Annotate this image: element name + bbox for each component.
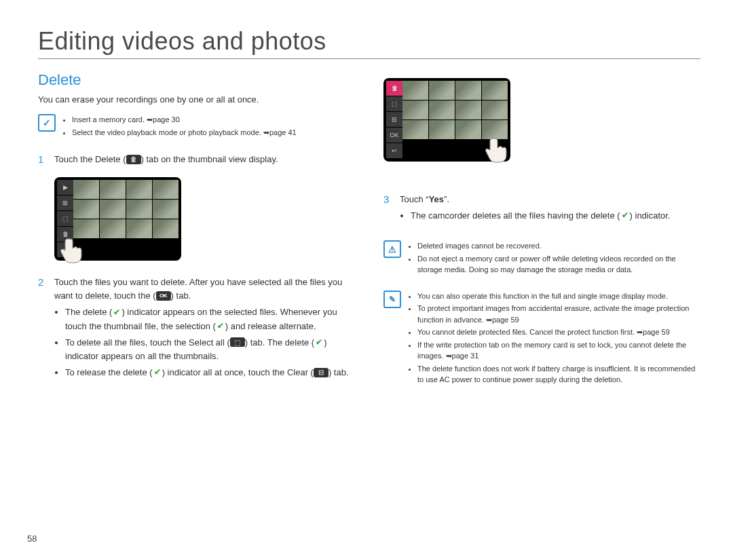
thumb-side-button: ⊞ bbox=[57, 195, 73, 211]
step-2-bullet: The delete () indicator appears on the s… bbox=[65, 305, 355, 333]
note-item: You can also operate this function in th… bbox=[417, 291, 700, 302]
step-number: 3 bbox=[383, 193, 392, 225]
checkmark-icon: ✔ bbox=[403, 81, 409, 89]
thumbnail-cell bbox=[73, 180, 99, 199]
page-number: 58 bbox=[27, 534, 37, 544]
chapter-title: Editing videos and photos bbox=[38, 27, 700, 59]
arrow-icon bbox=[637, 328, 643, 336]
checkmark-icon bbox=[314, 337, 324, 347]
step-3-bullet: The camcorder deletes all the files havi… bbox=[411, 209, 671, 223]
thumb-side-button: ▶ bbox=[57, 180, 73, 195]
thumbnail-cell bbox=[153, 200, 178, 219]
step-2: 2 Touch the files you want to delete. Af… bbox=[38, 276, 355, 382]
warning-item: Do not eject a memory card or power off … bbox=[417, 253, 700, 276]
thumbnail-figure-2: 🗑⬚⊟OK↩ ✔✔✔✔ bbox=[383, 78, 510, 162]
notes-box: You can also operate this function in th… bbox=[383, 291, 700, 387]
step-2-bullet: To release the delete () indicator all a… bbox=[65, 366, 355, 379]
prerequisite-box: Insert a memory card. page 30 Select the… bbox=[38, 114, 355, 139]
thumbnail-cell bbox=[100, 219, 126, 238]
thumb-side-button: 🗑 bbox=[386, 81, 402, 96]
checkmark-icon bbox=[112, 307, 121, 317]
thumbnail-cell bbox=[153, 180, 178, 199]
thumb-side-button: ⊟ bbox=[386, 112, 402, 128]
note-item: You cannot delete protected files. Cance… bbox=[417, 326, 700, 338]
checkmark-icon bbox=[153, 368, 162, 377]
warning-icon bbox=[383, 240, 401, 258]
arrow-icon bbox=[263, 128, 269, 136]
checkmark-icon: ✔ bbox=[483, 81, 488, 89]
note-icon bbox=[383, 291, 401, 308]
note-item: To protect important images from acciden… bbox=[417, 303, 700, 325]
step-number: 1 bbox=[38, 153, 46, 166]
trash-icon bbox=[126, 155, 141, 164]
step-number: 2 bbox=[38, 276, 46, 382]
check-icon bbox=[38, 114, 56, 132]
checkmark-icon bbox=[216, 321, 225, 331]
thumbnail-cell bbox=[402, 100, 428, 119]
thumb-side-button: 🗑 bbox=[57, 227, 73, 242]
thumbnail-cell: ✔ bbox=[482, 81, 508, 100]
checkmark-icon: ✔ bbox=[430, 101, 435, 109]
intro-text: You can erase your recordings one by one… bbox=[38, 94, 355, 105]
thumbnail-cell bbox=[429, 81, 455, 100]
thumbnail-cell bbox=[455, 81, 481, 100]
ok-icon bbox=[156, 291, 171, 301]
thumbnail-cell bbox=[73, 219, 99, 238]
thumbnail-cell bbox=[126, 180, 152, 199]
thumbnail-cell: ✔ bbox=[455, 120, 481, 139]
thumbnail-cell bbox=[73, 200, 99, 219]
section-title: Delete bbox=[38, 71, 355, 89]
thumb-side-button: ⬚ bbox=[386, 96, 402, 112]
prereq-item: Insert a memory card. page 30 bbox=[72, 114, 297, 126]
thumbnail-cell: ✔ bbox=[402, 81, 428, 100]
step-2-bullet: To delete all the files, touch the Selec… bbox=[65, 336, 355, 363]
thumbnail-cell bbox=[482, 120, 508, 139]
thumbnail-cell bbox=[126, 219, 152, 238]
warning-box: Deleted images cannot be recovered. Do n… bbox=[383, 240, 700, 277]
prereq-item: Select the video playback mode or photo … bbox=[72, 127, 297, 138]
thumbnail-cell bbox=[402, 120, 428, 139]
thumb-side-button: ⏎ bbox=[57, 242, 73, 258]
arrow-icon bbox=[446, 352, 452, 360]
step-3: 3 Touch “Yes”. The camcorder deletes all… bbox=[383, 193, 700, 225]
clear-icon bbox=[314, 368, 328, 377]
arrow-icon bbox=[486, 316, 492, 324]
thumb-side-button: OK bbox=[386, 128, 402, 143]
thumb-side-button: ⬚ bbox=[57, 211, 73, 227]
thumbnail-cell bbox=[455, 100, 481, 119]
note-item: If the write protection tab on the memor… bbox=[417, 339, 700, 362]
note-item: The delete function does not work if bat… bbox=[417, 363, 700, 386]
thumbnail-cell bbox=[100, 200, 126, 219]
thumbnail-figure-1: ▶⊞⬚🗑⏎ bbox=[54, 177, 181, 261]
warning-item: Deleted images cannot be recovered. bbox=[417, 240, 700, 252]
thumbnail-cell bbox=[429, 120, 455, 139]
thumbnail-cell bbox=[153, 219, 178, 238]
thumbnail-cell: ✔ bbox=[429, 100, 455, 119]
checkmark-icon: ✔ bbox=[456, 121, 462, 128]
select-all-icon bbox=[230, 337, 245, 347]
thumbnail-cell bbox=[482, 100, 508, 119]
thumbnail-cell bbox=[126, 200, 152, 219]
thumbnail-cell bbox=[100, 180, 126, 199]
checkmark-icon bbox=[620, 211, 630, 221]
thumb-side-button: ↩ bbox=[386, 143, 402, 159]
step-1: 1 Touch the Delete () tab on the thumbna… bbox=[38, 153, 355, 166]
arrow-icon bbox=[147, 115, 153, 124]
